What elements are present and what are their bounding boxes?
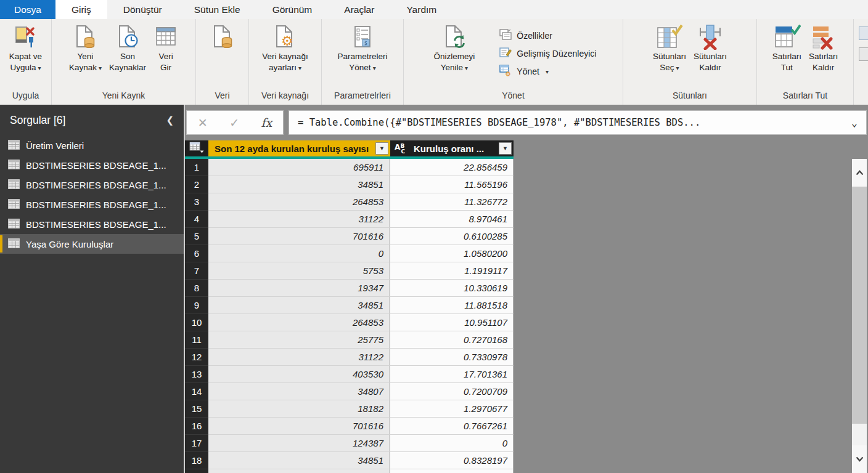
menu-tab-4[interactable]: Araçlar <box>328 0 390 19</box>
cell-col1[interactable]: 0 <box>208 245 390 262</box>
row-number[interactable]: 10 <box>185 314 208 331</box>
column-header-2[interactable]: ABC Kuruluş oranı ... ▼ <box>390 140 514 156</box>
ribbon-button-1-0[interactable]: YeniKaynak▾ <box>65 22 105 74</box>
cell-col2[interactable]: 1.2970677 <box>390 400 514 418</box>
row-number[interactable]: 4 <box>185 211 208 228</box>
cell-col1[interactable]: 25775 <box>208 331 390 349</box>
scrollbar-thumb[interactable] <box>852 187 867 424</box>
menu-tab-5[interactable]: Yardım <box>390 0 452 19</box>
cell-col1[interactable]: 264853 <box>208 314 390 331</box>
ribbon-small-button-5-2[interactable]: ⚙Yönet▾ <box>499 65 549 78</box>
ribbon-button-5-0[interactable]: ÖnizlemeyiYenile▾ <box>430 22 479 74</box>
ribbon-button-7-0[interactable]: SatırlarıTut <box>769 22 805 74</box>
ribbon-button-2-0[interactable] <box>207 22 239 52</box>
cell-col2[interactable]: 1.0580200 <box>390 245 514 262</box>
column-1-filter-icon[interactable]: ▼ <box>375 142 388 155</box>
cell-col1[interactable]: 264853 <box>208 193 390 211</box>
svg-text:C: C <box>401 148 406 154</box>
cell-col2[interactable]: 11.565196 <box>390 176 514 193</box>
choose-columns-icon <box>655 23 684 51</box>
ribbon-button-6-1[interactable]: SütunlarıKaldır <box>690 22 731 74</box>
cell-col1[interactable]: 34851 <box>208 452 390 469</box>
insert-step-fx-icon[interactable]: fx <box>261 116 272 129</box>
cell-col2[interactable]: 22.856459 <box>390 159 514 176</box>
row-number[interactable]: 8 <box>185 280 208 297</box>
cell-col2[interactable]: 0.6100285 <box>390 228 514 245</box>
cell-col1[interactable]: 34851 <box>208 297 390 314</box>
cell-col1[interactable]: 124387 <box>208 435 390 452</box>
query-item-4[interactable]: BDSTIMESERIES BDSEAGE_1... <box>0 214 184 234</box>
ribbon-button-1-2[interactable]: VeriGir <box>150 22 182 74</box>
cell-col2[interactable]: 1.1919117 <box>390 262 514 280</box>
row-number[interactable]: 2 <box>185 176 208 193</box>
cell-col1[interactable]: 695911 <box>208 159 390 176</box>
row-number[interactable]: 15 <box>185 400 208 418</box>
grid-header: Son 12 ayda kurulan kuruluş sayısı ▼ ABC… <box>185 140 514 156</box>
cell-col1[interactable]: 34807 <box>208 383 390 400</box>
row-number[interactable]: 6 <box>185 245 208 262</box>
ribbon-button-7-1[interactable]: SatırlarıKaldır <box>805 22 841 74</box>
formula-input[interactable]: = Table.Combine({#"BDSTIMESERIES BDSEAGE… <box>289 110 867 135</box>
query-item-3[interactable]: BDSTIMESERIES BDSEAGE_1... <box>0 195 184 214</box>
row-number[interactable]: 7 <box>185 262 208 280</box>
cell-col2[interactable]: 17.701361 <box>390 366 514 383</box>
scroll-down-icon[interactable] <box>852 445 867 473</box>
ribbon-button-6-0[interactable]: SütunlarıSeç▾ <box>649 22 690 74</box>
cell-col2[interactable]: 0.7200709 <box>390 383 514 400</box>
query-item-2[interactable]: BDSTIMESERIES BDSEAGE_1... <box>0 175 184 195</box>
query-item-1[interactable]: BDSTIMESERIES BDSEAGE_1... <box>0 155 184 175</box>
cell-col2[interactable]: 0.7667261 <box>390 418 514 435</box>
formula-accept-icon[interactable]: ✓ <box>229 116 239 130</box>
collapse-pane-icon[interactable]: ❮ <box>166 115 174 126</box>
row-number[interactable]: 3 <box>185 193 208 211</box>
cell-col2[interactable]: 0.7330978 <box>390 349 514 366</box>
query-item-0[interactable]: Üretim Verileri <box>0 135 184 155</box>
row-number[interactable]: 14 <box>185 383 208 400</box>
cell-col2[interactable]: 11.881518 <box>390 297 514 314</box>
menu-tab-0[interactable]: Giriş <box>55 0 107 19</box>
row-number[interactable]: 13 <box>185 366 208 383</box>
cell-col2[interactable]: 0 <box>390 435 514 452</box>
menu-tab-3[interactable]: Görünüm <box>256 0 329 19</box>
row-number[interactable]: 1 <box>185 159 208 176</box>
cell-col2[interactable]: 0.8328197 <box>390 452 514 469</box>
ribbon-button-0-0[interactable]: Kapat veUygula▾ <box>6 22 46 74</box>
cell-col1[interactable]: 31122 <box>208 349 390 366</box>
ribbon-button-1-1[interactable]: SonKaynaklar <box>105 22 150 74</box>
menu-tab-1[interactable]: Dönüştür <box>107 0 178 19</box>
cell-col1[interactable]: 31122 <box>208 211 390 228</box>
cell-col1[interactable]: 701616 <box>208 228 390 245</box>
cell-col2[interactable]: 8.970461 <box>390 211 514 228</box>
cell-col1[interactable]: 18182 <box>208 400 390 418</box>
formula-cancel-icon[interactable]: ✕ <box>198 116 208 130</box>
query-item-5[interactable]: Yaşa Göre Kuruluşlar <box>0 234 184 254</box>
column-2-filter-icon[interactable]: ▼ <box>499 142 512 155</box>
cell-col2[interactable]: 10.951107 <box>390 314 514 331</box>
row-number[interactable]: 16 <box>185 418 208 435</box>
file-menu-tab[interactable]: Dosya <box>0 0 55 19</box>
select-all-corner[interactable] <box>185 140 208 156</box>
cell-col2[interactable]: 0.7270168 <box>390 331 514 349</box>
row-number[interactable]: 18 <box>185 452 208 469</box>
cell-col2[interactable]: 10.330619 <box>390 280 514 297</box>
column-header-1[interactable]: Son 12 ayda kurulan kuruluş sayısı ▼ <box>208 140 390 156</box>
menu-tab-2[interactable]: Sütun Ekle <box>178 0 256 19</box>
ribbon-small-button-5-0[interactable]: Özellikler <box>499 29 552 42</box>
row-number[interactable]: 9 <box>185 297 208 314</box>
ribbon-button-3-0[interactable]: ⚙Veri kaynağıayarları▾ <box>258 22 311 74</box>
row-number[interactable]: 11 <box>185 331 208 349</box>
ribbon-button-4-0[interactable]: $ParametreleriYönet▾ <box>334 22 391 74</box>
cell-col1[interactable]: 5753 <box>208 262 390 280</box>
cell-col1[interactable]: 403530 <box>208 366 390 383</box>
cell-col1[interactable]: 34851 <box>208 176 390 193</box>
scroll-up-icon[interactable] <box>852 159 867 187</box>
cell-col1[interactable]: 701616 <box>208 418 390 435</box>
cell-col1[interactable]: 19347 <box>208 280 390 297</box>
row-number[interactable]: 5 <box>185 228 208 245</box>
formula-expand-icon[interactable]: ⌄ <box>845 116 858 129</box>
vertical-scrollbar[interactable] <box>852 159 867 473</box>
cell-col2[interactable]: 11.326772 <box>390 193 514 211</box>
row-number[interactable]: 17 <box>185 435 208 452</box>
row-number[interactable]: 12 <box>185 349 208 366</box>
ribbon-small-button-5-1[interactable]: Gelişmiş Düzenleyici <box>499 47 596 60</box>
